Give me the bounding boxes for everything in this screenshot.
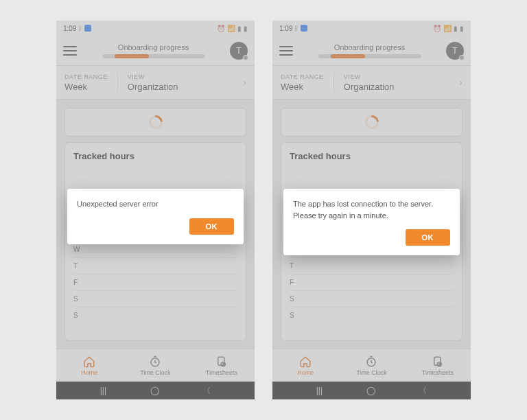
view-value: Organization (344, 82, 395, 92)
tracked-hours-title: Tracked hours (73, 151, 237, 161)
ok-button[interactable]: OK (189, 218, 235, 235)
stopwatch-icon (149, 355, 161, 368)
tracked-hours-title: Tracked hours (290, 151, 454, 161)
filters-row[interactable]: DATE RANGE Week VIEW Organization › (56, 66, 255, 100)
menu-icon[interactable] (63, 46, 77, 56)
onboarding-progress-bar[interactable] (318, 54, 421, 58)
view-value: Organization (128, 82, 178, 92)
dialog-message: The app has lost connection to the serve… (293, 198, 450, 221)
home-pill-icon[interactable]: ◯ (150, 386, 159, 395)
nav-time-clock[interactable]: Time Clock (122, 349, 188, 382)
loading-card (65, 108, 246, 137)
avatar[interactable]: T (446, 42, 464, 60)
signal-icon: ▮ (237, 25, 242, 32)
error-dialog: The app has lost connection to the serve… (283, 189, 460, 255)
loading-spinner-icon (362, 113, 381, 132)
filters-row[interactable]: DATE RANGE Week VIEW Organization › (272, 66, 471, 100)
status-time: 1:09 (63, 25, 76, 32)
home-pill-icon[interactable]: ◯ (366, 386, 375, 395)
android-nav-bar: ||| ◯ 〈 (272, 382, 471, 399)
back-icon[interactable]: 〈 (202, 385, 211, 397)
avatar-initial: T (452, 46, 457, 56)
recents-icon[interactable]: ||| (100, 386, 106, 395)
chevron-right-icon: › (243, 77, 246, 88)
tracked-day-row: T (73, 257, 237, 274)
tracked-day-row: S (290, 290, 454, 307)
error-dialog: Unexpected server error OK (67, 189, 244, 244)
onboarding-label: Onboarding progress (334, 43, 405, 51)
divider (333, 73, 334, 92)
nav-home[interactable]: Home (56, 349, 122, 382)
recents-icon[interactable]: ||| (316, 386, 323, 395)
presence-dot (243, 55, 248, 60)
presence-dot (459, 55, 465, 60)
dialog-message: Unexpected server error (77, 198, 234, 210)
tracked-day-row: S (290, 307, 454, 323)
battery-icon: ▮ (244, 25, 248, 32)
view-label: VIEW (344, 73, 395, 80)
nav-time-clock[interactable]: Time Clock (338, 349, 404, 382)
status-time: 1:09 (279, 25, 292, 32)
onboarding-label: Onboarding progress (118, 43, 189, 51)
tracked-day-row: F (290, 274, 454, 290)
home-icon (83, 355, 95, 368)
stopwatch-icon (365, 355, 377, 368)
phone-right: 1:09 ᛒ ⏰ 📶 ▮ ▮ Onboarding progress T (272, 21, 471, 399)
loading-spinner-icon (145, 113, 165, 132)
wifi-icon: 📶 (227, 25, 235, 32)
bluetooth-icon (301, 25, 307, 32)
bottom-nav: Home Time Clock Timesheets (272, 349, 471, 382)
view-label: VIEW (128, 73, 178, 80)
timesheet-icon (432, 355, 444, 368)
timesheet-icon (215, 355, 228, 368)
home-icon (299, 355, 312, 368)
nfc-icon: ᛒ (294, 25, 298, 32)
nav-timesheets[interactable]: Timesheets (189, 349, 255, 382)
nfc-icon: ᛒ (78, 25, 82, 32)
menu-icon[interactable] (279, 46, 293, 56)
tracked-day-row: S (73, 290, 237, 307)
onboarding-progress-bar[interactable] (102, 54, 205, 58)
nav-home[interactable]: Home (272, 349, 338, 382)
chevron-right-icon: › (459, 77, 462, 88)
avatar[interactable]: T (230, 42, 248, 60)
divider (117, 73, 118, 92)
alarm-icon: ⏰ (433, 25, 441, 32)
back-icon[interactable]: 〈 (419, 385, 427, 397)
date-range-value: Week (65, 82, 108, 92)
status-bar: 1:09 ᛒ ⏰ 📶 ▮ ▮ (56, 21, 255, 36)
android-nav-bar: ||| ◯ 〈 (56, 382, 255, 399)
date-range-value: Week (281, 82, 324, 92)
date-range-label: DATE RANGE (65, 73, 108, 80)
ok-button[interactable]: OK (406, 229, 451, 246)
bluetooth-icon (84, 25, 91, 32)
nav-timesheets[interactable]: Timesheets (405, 349, 471, 382)
status-bar: 1:09 ᛒ ⏰ 📶 ▮ ▮ (272, 21, 471, 36)
wifi-icon: 📶 (443, 25, 452, 32)
phone-left: 1:09 ᛒ ⏰ 📶 ▮ ▮ Onboarding progress T (56, 21, 255, 399)
date-range-label: DATE RANGE (281, 73, 324, 80)
app-bar: Onboarding progress T (56, 36, 255, 66)
tracked-day-row: F (73, 274, 237, 290)
tracked-day-row: T (290, 257, 454, 274)
avatar-initial: T (236, 46, 241, 56)
loading-card (281, 108, 462, 137)
tracked-day-row: S (73, 307, 237, 323)
alarm-icon: ⏰ (217, 25, 225, 32)
app-bar: Onboarding progress T (272, 36, 471, 66)
battery-icon: ▮ (460, 25, 464, 32)
signal-icon: ▮ (454, 25, 458, 32)
bottom-nav: Home Time Clock Timesheets (56, 349, 255, 382)
